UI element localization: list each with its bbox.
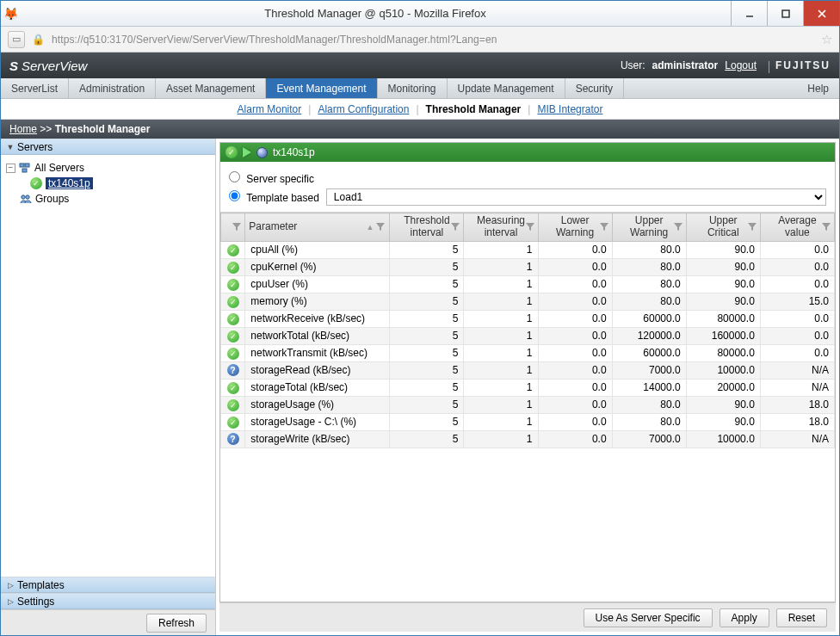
cell-threshold-interval: 5 — [390, 310, 464, 327]
filter-icon[interactable] — [376, 222, 386, 232]
cell-threshold-interval: 5 — [390, 361, 464, 379]
subnav-mib-integrator[interactable]: MIB Integrator — [537, 103, 602, 115]
table-row[interactable]: ?storageWrite (kB/sec)510.07000.010000.0… — [221, 430, 835, 448]
play-icon[interactable] — [243, 147, 251, 157]
filter-icon[interactable] — [821, 222, 831, 232]
col-lower-warning[interactable]: LowerWarning — [538, 213, 612, 242]
url-text[interactable]: https://q510:3170/ServerView/ServerView/… — [52, 34, 814, 46]
mode-area: Server specific Template based Load1 — [220, 162, 835, 213]
cell-upper-warning: 60000.0 — [612, 344, 686, 361]
user-label: User: — [621, 59, 645, 71]
tree-expander[interactable]: − — [6, 164, 15, 173]
logout-link[interactable]: Logout — [725, 59, 757, 71]
table-row[interactable]: ✓networkReceive (kB/sec)510.060000.08000… — [221, 310, 835, 327]
cell-threshold-interval: 5 — [390, 396, 464, 413]
tab-security[interactable]: Security — [565, 78, 624, 98]
col-average-value[interactable]: Averagevalue — [760, 213, 834, 242]
radio-template-based[interactable]: Template based — [229, 190, 319, 204]
filter-icon[interactable] — [747, 222, 757, 232]
panel-servers-header[interactable]: ▼ Servers — [1, 139, 215, 155]
table-row[interactable]: ✓networkTransmit (kB/sec)510.060000.0800… — [221, 344, 835, 361]
context-header: ✓ tx140s1p — [220, 143, 835, 162]
table-row[interactable]: ✓networkTotal (kB/sec)510.0120000.016000… — [221, 327, 835, 344]
reset-button[interactable]: Reset — [776, 608, 827, 627]
cell-measuring-interval: 1 — [464, 396, 538, 413]
vendor-logo: FUJITSU — [775, 59, 831, 71]
page-info-button[interactable]: ▭ — [8, 31, 25, 48]
filter-icon[interactable] — [673, 222, 683, 232]
table-row[interactable]: ✓cpuKernel (%)510.080.090.00.0 — [221, 258, 835, 275]
tab-monitoring[interactable]: Monitoring — [378, 78, 448, 98]
close-button[interactable] — [803, 1, 839, 26]
col-upper-critical[interactable]: UpperCritical — [686, 213, 760, 242]
tab-asset-management[interactable]: Asset Management — [156, 78, 266, 98]
help-link[interactable]: Help — [797, 78, 839, 98]
col-status[interactable] — [221, 213, 245, 242]
tab-administration[interactable]: Administration — [69, 78, 156, 98]
cell-parameter: cpuAll (%) — [245, 241, 390, 258]
status-ok-icon: ✓ — [227, 330, 239, 343]
tree-all-servers[interactable]: All Servers — [34, 162, 84, 174]
filter-icon[interactable] — [525, 222, 535, 232]
cell-lower-warning: 0.0 — [538, 327, 612, 344]
table-row[interactable]: ?storageRead (kB/sec)510.07000.010000.0N… — [221, 361, 835, 379]
sort-icon[interactable]: ▲ — [366, 223, 374, 232]
subnav-alarm-monitor[interactable]: Alarm Monitor — [238, 103, 302, 115]
lock-icon: 🔒 — [32, 34, 45, 46]
table-row[interactable]: ✓memory (%)510.080.090.015.0 — [221, 293, 835, 310]
titlebar: 🦊 Threshold Manager @ q510 - Mozilla Fir… — [1, 1, 839, 27]
left-panel: ▼ Servers − All Servers ✓ tx140s1p — [1, 139, 216, 635]
tab-serverlist[interactable]: ServerList — [1, 78, 69, 98]
brand-name: ServerView — [22, 59, 87, 73]
cell-threshold-interval: 5 — [390, 275, 464, 293]
cell-upper-critical: 160000.0 — [686, 327, 760, 344]
table-row[interactable]: ✓cpuUser (%)510.080.090.00.0 — [221, 275, 835, 293]
table-row[interactable]: ✓storageUsage (%)510.080.090.018.0 — [221, 396, 835, 413]
refresh-button[interactable]: Refresh — [146, 614, 207, 633]
cell-upper-critical: 10000.0 — [686, 430, 760, 448]
tree-server-selected[interactable]: tx140s1p — [46, 177, 93, 189]
cell-parameter: networkTransmit (kB/sec) — [245, 344, 390, 361]
minimize-button[interactable] — [731, 1, 767, 26]
cell-upper-critical: 80000.0 — [686, 344, 760, 361]
breadcrumb-home[interactable]: Home — [9, 123, 37, 135]
cell-parameter: storageTotal (kB/sec) — [245, 379, 390, 396]
col-upper-warning[interactable]: UpperWarning — [612, 213, 686, 242]
col-threshold-interval[interactable]: Thresholdinterval — [390, 213, 464, 242]
tree-groups[interactable]: Groups — [35, 193, 69, 205]
cell-upper-critical: 90.0 — [686, 413, 760, 430]
col-measuring-interval[interactable]: Measuringinterval — [464, 213, 538, 242]
apply-button[interactable]: Apply — [720, 608, 769, 627]
breadcrumb-current: Threshold Manager — [55, 123, 151, 135]
cell-measuring-interval: 1 — [464, 258, 538, 275]
table-row[interactable]: ✓storageTotal (kB/sec)510.014000.020000.… — [221, 379, 835, 396]
cell-lower-warning: 0.0 — [538, 379, 612, 396]
table-row[interactable]: ✓cpuAll (%)510.080.090.00.0 — [221, 241, 835, 258]
radio-server-specific-label: Server specific — [246, 173, 314, 185]
maximize-button[interactable] — [767, 1, 803, 26]
table-row[interactable]: ✓storageUsage - C:\ (%)510.080.090.018.0 — [221, 413, 835, 430]
use-as-server-specific-button[interactable]: Use As Server Specific — [584, 608, 713, 627]
subnav-threshold-manager[interactable]: Threshold Manager — [426, 103, 522, 115]
panel-templates-header[interactable]: ▷ Templates — [1, 577, 215, 593]
radio-server-specific[interactable]: Server specific — [229, 171, 314, 185]
sub-nav: Alarm Monitor| Alarm Configuration| Thre… — [1, 99, 839, 120]
col-parameter[interactable]: Parameter▲ — [245, 213, 390, 242]
status-ok-icon: ✓ — [227, 279, 239, 291]
bookmark-star-icon[interactable]: ☆ — [821, 32, 832, 47]
filter-icon[interactable] — [450, 222, 460, 232]
filter-icon[interactable] — [232, 222, 242, 232]
subnav-alarm-configuration[interactable]: Alarm Configuration — [318, 103, 409, 115]
status-info-icon: ? — [227, 364, 239, 376]
tab-event-management[interactable]: Event Management — [266, 78, 377, 98]
context-server-name: tx140s1p — [273, 146, 315, 158]
tab-update-management[interactable]: Update Management — [448, 78, 565, 98]
cell-lower-warning: 0.0 — [538, 310, 612, 327]
cell-measuring-interval: 1 — [464, 310, 538, 327]
template-select[interactable]: Load1 — [326, 188, 826, 206]
cell-lower-warning: 0.0 — [538, 241, 612, 258]
expand-icon: ▷ — [6, 581, 15, 590]
filter-icon[interactable] — [599, 222, 609, 232]
panel-settings-header[interactable]: ▷ Settings — [1, 593, 215, 609]
breadcrumb: Home >> Threshold Manager — [1, 120, 839, 139]
